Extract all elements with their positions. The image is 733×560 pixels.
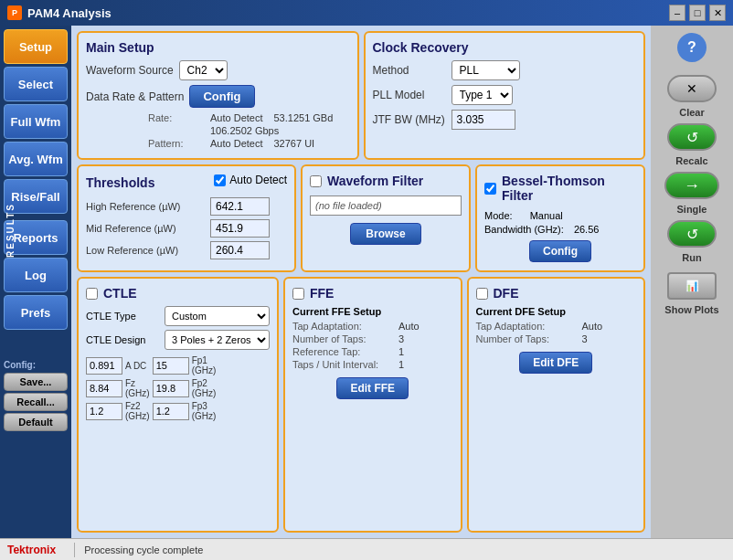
recalc-button[interactable]: ↺ [667,123,717,151]
ctle-design-select[interactable]: 3 Poles + 2 Zeros 2 Poles + 1 Zero [165,330,270,350]
clock-recovery-panel: Clock Recovery Method PLL CDR External P… [364,31,646,160]
thresholds-panel: Thresholds Auto Detect High Reference (µ… [77,164,296,272]
auto-detect-checkbox[interactable] [214,174,226,186]
pll-model-select[interactable]: Type 1 Type 2 [451,85,513,105]
ffe-num-taps-label: Number of Taps: [292,333,393,344]
browse-button[interactable]: Browse [350,223,420,245]
ctle-fz-input[interactable] [86,380,122,397]
clear-label: Clear [679,107,705,118]
rate-label: Rate: [148,112,203,123]
method-select[interactable]: PLL CDR External [451,60,520,80]
content-area: Main Setup Waveform Source Ch2 Ch1 Ch3 C… [71,26,651,538]
close-button[interactable]: ✕ [709,5,726,21]
ffe-num-taps-value: 3 [398,333,404,344]
recall-button[interactable]: Recall... [4,393,68,411]
ctle-fp2-label: Fp2 (GHz) [192,378,217,398]
ctle-fp2-input[interactable] [153,380,189,397]
ctle-fz2-input[interactable] [86,403,122,420]
maximize-button[interactable]: □ [689,5,706,21]
ctle-title: CTLE [103,286,137,301]
edit-ffe-button[interactable]: Edit FFE [336,377,409,399]
dfe-num-taps-label: Number of Taps: [476,333,577,344]
auto-detect-label: Auto Detect [229,174,287,186]
rate-gbps: 106.2502 Gbps [210,125,279,136]
statusbar: Tektronix Processing cycle complete [0,538,733,560]
titlebar: P PAM4 Analysis – □ ✕ [0,0,733,26]
waveform-filter-panel: Waveform Filter Browse [301,164,471,272]
show-plots-button[interactable]: 📊 [667,272,717,300]
ffe-ref-tap-label: Reference Tap: [292,346,393,357]
sidebar-item-full-wfm[interactable]: Full Wfm [4,104,68,139]
main-setup-panel: Main Setup Waveform Source Ch2 Ch1 Ch3 C… [77,31,359,160]
minimize-button[interactable]: – [669,5,685,21]
run-button[interactable]: ↺ [667,220,717,248]
rate-detect: Auto Detect [210,112,262,123]
dfe-current-setup-label: Current DFE Setup [476,306,637,317]
low-ref-label: Low Reference (µW) [86,245,205,256]
clock-recovery-title: Clock Recovery [373,40,637,55]
ffe-checkbox[interactable] [292,288,304,300]
window-title: PAM4 Analysis [27,6,112,20]
rate-gbd: 53.1251 GBd [273,112,333,123]
mid-ref-input[interactable] [210,219,270,238]
recalc-label: Recalc [675,155,707,166]
edit-dfe-button[interactable]: Edit DFE [519,352,592,374]
ffe-title: FFE [310,286,334,301]
ctle-fp1-input[interactable] [153,357,189,375]
pattern-label: Pattern: [148,138,203,149]
statusbar-message: Processing cycle complete [84,544,203,555]
filter-file-input[interactable] [310,195,462,216]
ctle-panel: CTLE CTLE Type Custom Preset CTLE Design… [77,277,279,533]
ctle-fp1-label: Fp1 (GHz) [192,355,217,375]
ctle-design-label: CTLE Design [86,334,159,345]
statusbar-separator [74,543,75,557]
ctle-adc-input[interactable] [86,357,122,375]
high-ref-input[interactable] [210,197,270,216]
ctle-type-select[interactable]: Custom Preset [165,306,270,326]
bessel-mode-label: Mode: [484,210,513,221]
waveform-filter-checkbox[interactable] [310,175,322,187]
data-rate-config-button[interactable]: Config [189,85,254,108]
waveform-filter-title: Waveform Filter [327,174,423,188]
dfe-checkbox[interactable] [476,288,488,300]
ffe-taps-ui-value: 1 [398,359,404,370]
sidebar-item-select[interactable]: Select [4,67,68,101]
sidebar-item-log[interactable]: Log [4,258,68,292]
bessel-title: Bessel-Thomson Filter [502,174,636,203]
pll-model-label: PLL Model [373,89,446,101]
data-rate-label: Data Rate & Pattern [86,90,184,103]
jtf-bw-label: JTF BW (MHz) [373,113,446,126]
ffe-tap-adaptation-value: Auto [398,321,420,332]
pattern-ui: 32767 UI [273,138,314,149]
ffe-taps-ui-label: Taps / Unit Interval: [292,359,393,370]
dfe-tap-adaptation-value: Auto [582,321,603,332]
ctle-fz-label: Fz (GHz) [125,378,150,398]
sidebar-item-prefs[interactable]: Prefs [4,295,68,330]
clear-button[interactable]: ✕ [667,75,717,102]
bessel-checkbox[interactable] [484,183,496,195]
sidebar-item-setup[interactable]: Setup [4,29,68,64]
run-label: Run [682,252,701,263]
results-label: RESULTS [5,203,16,258]
waveform-source-label: Waveform Source [86,64,174,77]
waveform-source-select[interactable]: Ch2 Ch1 Ch3 Ch4 [179,60,228,80]
single-button[interactable]: → [664,172,719,199]
sidebar-item-avg-wfm[interactable]: Avg. Wfm [4,142,68,176]
single-label: Single [676,204,706,215]
single-icon: → [684,176,700,195]
bessel-thomson-panel: Bessel-Thomson Filter Mode: Manual Bandw… [475,164,645,272]
ctle-checkbox[interactable] [86,288,98,300]
main-setup-title: Main Setup [86,40,350,55]
pattern-detect: Auto Detect [210,138,262,149]
ffe-tap-adaptation-label: Tap Adaptation: [292,321,393,332]
ctle-fp3-input[interactable] [153,403,189,420]
default-button[interactable]: Default [4,413,68,431]
low-ref-input[interactable] [210,241,270,259]
app-icon: P [7,5,22,20]
help-button[interactable]: ? [677,33,706,62]
jtf-bw-input[interactable] [451,110,515,130]
save-button[interactable]: Save... [4,373,68,391]
bessel-config-button[interactable]: Config [529,240,591,262]
ctle-fz2-label: Fz2 (GHz) [125,401,150,421]
thresholds-title: Thresholds [86,175,154,190]
